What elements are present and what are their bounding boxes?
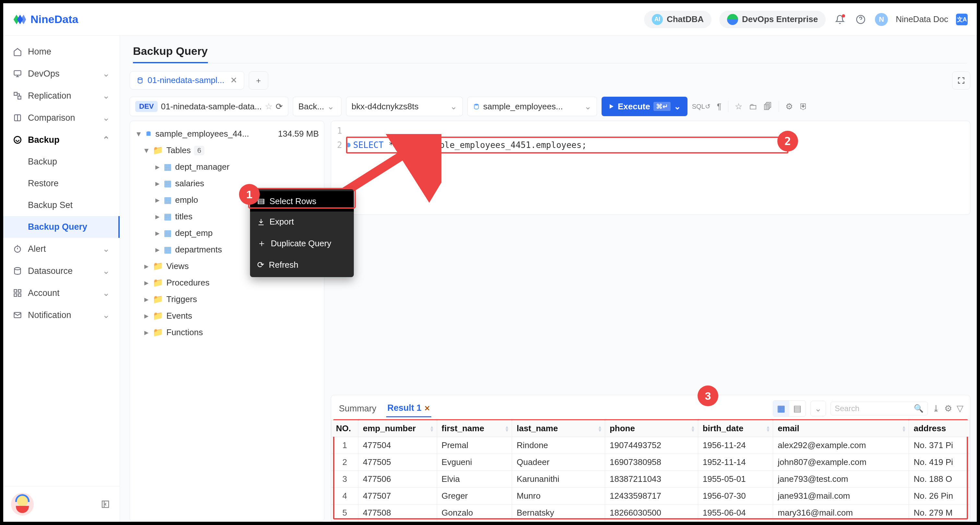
sidebar-item-account[interactable]: Account ⌄ bbox=[3, 282, 120, 304]
sql-icon[interactable]: SQL↺ bbox=[692, 102, 711, 110]
sidebar-item-comparison[interactable]: Comparison ⌄ bbox=[3, 107, 120, 129]
doc-link[interactable]: NineData Doc bbox=[896, 14, 948, 24]
table-row[interactable]: 5 477508 Gonzalo Bernatsky 18266030500 1… bbox=[331, 504, 970, 522]
download-icon[interactable]: ⤓ bbox=[932, 403, 940, 414]
cell-ln: Rindone bbox=[512, 437, 605, 454]
table-row[interactable]: 1 477504 Premal Rindone 19074493752 1956… bbox=[331, 437, 970, 454]
chevron-right-icon: ▸ bbox=[154, 228, 161, 238]
brand-logo[interactable]: NineData bbox=[12, 12, 78, 27]
support-avatar[interactable] bbox=[11, 493, 34, 515]
fullscreen-button[interactable] bbox=[952, 72, 970, 89]
refresh-icon[interactable]: ⟳ bbox=[276, 102, 283, 112]
sidebar-sub-backup-set[interactable]: Backup Set bbox=[3, 195, 120, 216]
save-icon[interactable]: 🗐 bbox=[764, 102, 772, 112]
results-tab-result1[interactable]: Result 1✕ bbox=[386, 400, 431, 417]
results-options-dropdown[interactable]: ⌄ bbox=[810, 401, 826, 416]
chevron-down-icon: ⌄ bbox=[327, 102, 334, 112]
add-tab-button[interactable]: ＋ bbox=[249, 72, 268, 89]
close-icon[interactable]: ✕ bbox=[230, 75, 237, 85]
search-icon: 🔍 bbox=[914, 404, 924, 413]
view-toggle[interactable]: ▦▤ bbox=[773, 401, 806, 416]
table-header-row: NO. emp_number▲▼ first_name▲▼ last_name▲… bbox=[331, 420, 970, 437]
sort-icon[interactable]: ▲▼ bbox=[902, 425, 907, 432]
filter-icon[interactable]: ▽ bbox=[957, 403, 964, 414]
help-icon[interactable] bbox=[854, 13, 867, 26]
sidebar-sub-restore[interactable]: Restore bbox=[3, 172, 120, 195]
column-header[interactable]: address bbox=[909, 420, 970, 437]
settings-icon[interactable]: ⚙ bbox=[786, 102, 793, 112]
grid-view-icon[interactable]: ▦ bbox=[773, 401, 789, 416]
close-icon[interactable]: ✕ bbox=[424, 404, 430, 412]
sort-icon[interactable]: ▲▼ bbox=[691, 425, 695, 432]
sidebar-item-devops[interactable]: DevOps ⌄ bbox=[3, 62, 120, 85]
tree-root-label: sample_employees_44... bbox=[155, 129, 249, 139]
cell-ln: Munro bbox=[512, 488, 605, 504]
chatdba-button[interactable]: AI ChatDBA bbox=[644, 11, 711, 28]
sidebar-item-home[interactable]: Home bbox=[3, 41, 120, 62]
table-row[interactable]: 3 477506 Elvia Karunanithi 18387211043 1… bbox=[331, 471, 970, 488]
results-tab-summary[interactable]: Summary bbox=[337, 401, 378, 417]
mail-icon bbox=[13, 311, 22, 320]
backup-id-selector[interactable]: bkx-d4dcnykzs8ts ⌄ bbox=[346, 97, 463, 116]
sidebar-item-notification[interactable]: Notification ⌄ bbox=[3, 304, 120, 326]
column-header[interactable]: last_name▲▼ bbox=[512, 420, 605, 437]
language-toggle[interactable]: 文A bbox=[956, 14, 968, 25]
column-header[interactable]: phone▲▼ bbox=[605, 420, 698, 437]
execute-button[interactable]: Execute ⌘↵ ⌄ bbox=[601, 97, 687, 116]
context-menu-duplicate[interactable]: ＋ Duplicate Query bbox=[250, 232, 354, 255]
user-avatar[interactable]: N bbox=[875, 13, 888, 26]
column-header[interactable]: emp_number▲▼ bbox=[358, 420, 437, 437]
cell-emp: 477508 bbox=[358, 504, 437, 522]
sidebar: Home DevOps ⌄ Replication ⌄ Comparison ⌄ bbox=[3, 36, 120, 522]
star-icon[interactable]: ☆ bbox=[265, 102, 272, 112]
editor-tab[interactable]: 01-ninedata-sampl... ✕ bbox=[130, 71, 244, 89]
sidebar-sub-backup-query[interactable]: Backup Query bbox=[3, 216, 120, 238]
table-row[interactable]: 2 477505 Evgueni Quadeer 16907380958 195… bbox=[331, 454, 970, 471]
collapse-sidebar-icon[interactable] bbox=[99, 498, 112, 511]
sort-icon[interactable]: ▲▼ bbox=[766, 425, 770, 432]
tree-tables[interactable]: ▾ 📁 Tables 6 bbox=[133, 142, 321, 159]
chevron-down-icon: ⌄ bbox=[815, 404, 822, 414]
datasource-selector[interactable]: DEV 01-ninedata-sample-data... ☆ ⟳ bbox=[130, 97, 288, 116]
sort-icon[interactable]: ▲▼ bbox=[504, 425, 509, 432]
context-menu-refresh[interactable]: ⟳ Refresh bbox=[250, 255, 354, 275]
tree-folder[interactable]: ▸📁Events bbox=[133, 308, 321, 324]
detail-view-icon[interactable]: ▤ bbox=[789, 401, 805, 416]
table-icon: ▦ bbox=[164, 162, 172, 172]
column-header[interactable]: email▲▼ bbox=[773, 420, 909, 437]
sidebar-item-datasource[interactable]: Datasource ⌄ bbox=[3, 260, 120, 282]
column-header[interactable]: first_name▲▼ bbox=[437, 420, 512, 437]
chevron-right-icon: ▸ bbox=[154, 195, 161, 205]
tree-root[interactable]: ▾ sample_employees_44... 134.59 MB bbox=[133, 126, 321, 142]
column-header[interactable]: birth_date▲▼ bbox=[698, 420, 773, 437]
sort-icon[interactable]: ▲▼ bbox=[598, 425, 602, 432]
format-icon[interactable]: ¶ bbox=[717, 102, 722, 112]
sql-editor[interactable]: 1 2 SELECT * FROM sample_employees_4451.… bbox=[331, 121, 970, 215]
favorite-icon[interactable]: ☆ bbox=[735, 102, 742, 112]
tree-table-item[interactable]: ▸▦dept_manager bbox=[133, 159, 321, 175]
shield-icon[interactable]: ⛨ bbox=[799, 102, 808, 112]
sidebar-item-alert[interactable]: Alert ⌄ bbox=[3, 238, 120, 260]
sort-icon[interactable]: ▲▼ bbox=[430, 425, 434, 432]
table-row[interactable]: 4 477507 Greger Munro 12433598717 1956-0… bbox=[331, 488, 970, 504]
schema-label: sample_employees... bbox=[483, 102, 563, 112]
context-menu-select-rows[interactable]: Select Rows bbox=[250, 191, 354, 212]
folder-icon[interactable]: 🗀 bbox=[749, 102, 757, 112]
table-icon: ▦ bbox=[164, 179, 172, 188]
settings-icon[interactable]: ⚙ bbox=[944, 403, 952, 414]
backup-selector[interactable]: Back... ⌄ bbox=[293, 97, 342, 116]
notifications-icon[interactable] bbox=[834, 13, 846, 26]
sidebar-item-replication[interactable]: Replication ⌄ bbox=[3, 85, 120, 107]
devops-enterprise-button[interactable]: DevOps Enterprise bbox=[719, 11, 826, 28]
cell-bd: 1955-06-04 bbox=[698, 504, 773, 522]
page-title: Backup Query bbox=[133, 45, 208, 63]
context-menu-export[interactable]: Export bbox=[250, 212, 354, 232]
tree-folder[interactable]: ▸📁Triggers bbox=[133, 291, 321, 308]
schema-selector[interactable]: sample_employees... ⌄ bbox=[467, 97, 597, 116]
sidebar-item-backup[interactable]: Backup ⌃ bbox=[3, 129, 120, 151]
export-icon bbox=[257, 218, 265, 226]
results-search[interactable]: Search 🔍 bbox=[830, 402, 928, 415]
tree-folder[interactable]: ▸📁Functions bbox=[133, 324, 321, 341]
sidebar-sub-backup[interactable]: Backup bbox=[3, 151, 120, 172]
column-header[interactable]: NO. bbox=[331, 420, 358, 437]
